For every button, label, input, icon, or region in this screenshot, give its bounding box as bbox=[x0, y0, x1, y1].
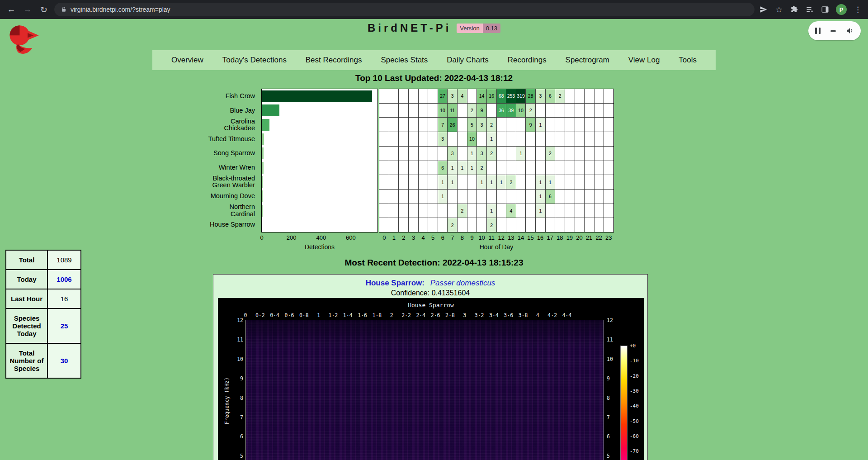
heatmap-cell bbox=[458, 132, 467, 146]
spectrogram-y-tick: 6 bbox=[607, 433, 610, 440]
menu-kebab-icon[interactable]: ⋮ bbox=[853, 5, 863, 14]
detection-common-name-link[interactable]: House Sparrow: bbox=[366, 279, 425, 287]
detections-axis-label: Detections bbox=[261, 243, 378, 255]
lock-icon[interactable] bbox=[61, 6, 67, 13]
axis-tick: 3 bbox=[412, 234, 415, 241]
axis-tick: 6 bbox=[441, 234, 444, 241]
heatmap-cell bbox=[604, 190, 613, 204]
heatmap-cell bbox=[419, 147, 428, 161]
address-bar[interactable]: virginia.birdnetpi.com/?stream=play bbox=[54, 3, 755, 16]
forward-button[interactable]: → bbox=[22, 4, 33, 15]
nav-item-spectrogram[interactable]: Spectrogram bbox=[566, 56, 609, 65]
site-header: BirdNET-Pi Version 0.13 bbox=[0, 22, 868, 34]
back-button[interactable]: ← bbox=[5, 4, 17, 15]
volume-icon[interactable] bbox=[846, 27, 854, 35]
heatmap-cell bbox=[487, 161, 496, 175]
species-label-house-sparrow: House Sparrow bbox=[204, 218, 258, 232]
spectrogram-y-tick: 11 bbox=[607, 337, 613, 343]
profile-avatar[interactable]: P bbox=[836, 4, 847, 15]
nav-item-today-s-detections[interactable]: Today's Detections bbox=[222, 56, 287, 65]
stats-row-total-number-of-species: Total Number of Species30 bbox=[6, 343, 81, 378]
spectrogram-y-tick: 7 bbox=[607, 414, 610, 421]
heatmap-cell bbox=[565, 89, 575, 103]
heatmap-cell bbox=[467, 190, 477, 204]
spectrogram-y-tick: 8 bbox=[607, 395, 610, 401]
axis-tick: 5 bbox=[431, 234, 434, 241]
species-label-winter-wren: Winter Wren bbox=[204, 161, 258, 175]
heatmap-cell bbox=[594, 89, 604, 103]
nav-item-species-stats[interactable]: Species Stats bbox=[381, 56, 428, 65]
heatmap-cell bbox=[604, 104, 613, 118]
spectrogram-legend-label: -20 bbox=[630, 373, 639, 379]
heatmap-cell: 26 bbox=[448, 118, 457, 132]
heatmap-cell: 5 bbox=[467, 118, 477, 132]
spectrogram-y-label: Frequency (kHz) bbox=[224, 374, 230, 428]
spectrogram-x-tick: 3·6 bbox=[504, 312, 513, 318]
spectrogram-plot bbox=[245, 320, 604, 460]
audio-player[interactable] bbox=[808, 21, 861, 40]
heatmap-cell bbox=[555, 104, 565, 118]
heatmap-cell bbox=[585, 161, 594, 175]
side-panel-icon[interactable] bbox=[821, 5, 830, 14]
spectrogram-x-tick: 1·4 bbox=[343, 312, 353, 318]
reading-list-icon[interactable] bbox=[805, 5, 814, 14]
spectrogram-y-tick: 10 bbox=[237, 356, 243, 362]
spectrogram-x-tick: 1·6 bbox=[358, 312, 367, 318]
heatmap-cell bbox=[477, 132, 486, 146]
heatmap-cell: 1 bbox=[536, 175, 545, 189]
heatmap-cell: 1 bbox=[536, 204, 545, 218]
heatmap-cell: 7 bbox=[438, 118, 448, 132]
species-label-fish-crow: Fish Crow bbox=[204, 89, 258, 104]
stats-label: Total Number of Species bbox=[6, 343, 47, 378]
bar-row-mourning-dove bbox=[262, 189, 377, 204]
bookmark-star-icon[interactable]: ☆ bbox=[774, 5, 783, 14]
nav-item-daily-charts[interactable]: Daily Charts bbox=[447, 56, 489, 65]
extensions-icon[interactable] bbox=[790, 5, 799, 14]
heatmap-cell bbox=[389, 204, 399, 218]
axis-tick: 10 bbox=[478, 234, 485, 241]
heatmap-cell bbox=[409, 218, 418, 232]
heatmap-cell: 3 bbox=[448, 89, 457, 103]
detection-confidence: Confidence: 0.41351604 bbox=[213, 289, 647, 297]
heatmap-cell bbox=[409, 89, 418, 103]
axis-tick: 8 bbox=[461, 234, 464, 241]
axis-tick: 18 bbox=[557, 234, 563, 241]
heatmap-cell bbox=[565, 104, 575, 118]
send-icon[interactable] bbox=[759, 5, 768, 14]
heatmap-cell bbox=[399, 204, 408, 218]
heatmap-cell bbox=[546, 132, 555, 146]
nav-item-view-log[interactable]: View Log bbox=[628, 56, 660, 65]
spectrogram-x-tick: 2·6 bbox=[431, 312, 440, 318]
spectrogram-y-tick: 9 bbox=[240, 375, 243, 382]
heatmap-cell bbox=[389, 161, 399, 175]
seek-slider[interactable] bbox=[830, 30, 836, 32]
heatmap-cell bbox=[379, 104, 389, 118]
stats-value-species-detected-today[interactable]: 25 bbox=[47, 308, 81, 343]
heatmap-cell: 253 bbox=[506, 89, 516, 103]
nav-item-best-recordings[interactable]: Best Recordings bbox=[306, 56, 362, 65]
heatmap-cell bbox=[389, 104, 399, 118]
heatmap-cell bbox=[516, 132, 526, 146]
nav-item-recordings[interactable]: Recordings bbox=[508, 56, 547, 65]
heatmap-cell: 1 bbox=[438, 175, 448, 189]
detection-latin-name-link[interactable]: Passer domesticus bbox=[430, 279, 495, 287]
nav-item-tools[interactable]: Tools bbox=[679, 56, 697, 65]
heatmap-cell: 9 bbox=[477, 104, 486, 118]
heatmap-cell bbox=[506, 161, 516, 175]
stats-value-today[interactable]: 1006 bbox=[47, 270, 81, 289]
detections-bar bbox=[262, 147, 264, 159]
heatmap-cell bbox=[428, 118, 438, 132]
nav-item-overview[interactable]: Overview bbox=[171, 56, 203, 65]
pause-button[interactable] bbox=[815, 28, 821, 34]
heatmap-cell bbox=[516, 190, 526, 204]
heatmap-cell bbox=[409, 147, 418, 161]
heatmap-cell bbox=[594, 147, 604, 161]
stats-value-total-number-of-species[interactable]: 30 bbox=[47, 343, 81, 378]
axis-tick: 20 bbox=[576, 234, 582, 241]
spectrogram-y-tick: 12 bbox=[237, 317, 243, 323]
heatmap-cell: 2 bbox=[555, 89, 565, 103]
heatmap-cell bbox=[477, 204, 486, 218]
reload-button[interactable]: ↻ bbox=[38, 4, 50, 15]
heatmap-cell bbox=[555, 218, 565, 232]
heatmap-cell: 1 bbox=[516, 147, 526, 161]
